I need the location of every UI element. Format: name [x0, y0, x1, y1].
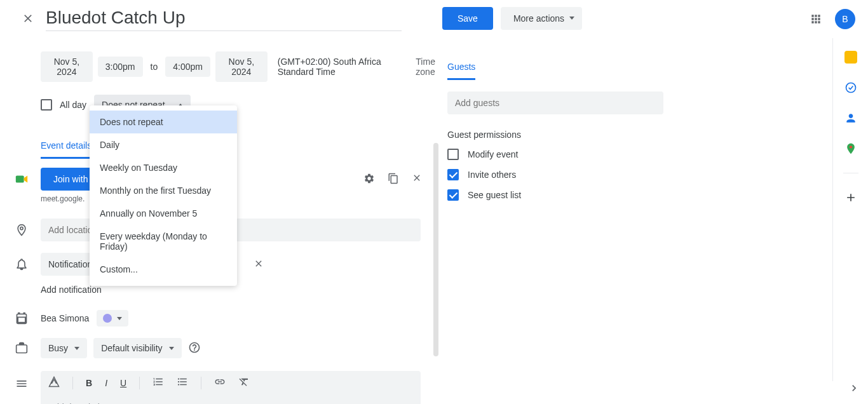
end-date-chip[interactable]: Nov 5, 2024	[215, 51, 268, 82]
tab-guests[interactable]: Guests	[447, 62, 475, 80]
svg-rect-0	[16, 176, 24, 183]
chevron-down-icon	[74, 347, 79, 350]
maps-icon[interactable]	[844, 142, 857, 155]
meet-icon	[14, 172, 29, 187]
apps-grid-icon	[810, 13, 822, 25]
start-time-chip[interactable]: 3:00pm	[98, 57, 143, 77]
dropdown-item-monthly[interactable]: Monthly on the first Tuesday	[90, 179, 237, 202]
add-guests-input[interactable]	[447, 91, 663, 114]
add-notification-link[interactable]: Add notification	[41, 285, 447, 295]
description-input[interactable]: Add description	[41, 394, 421, 404]
meet-remove-icon[interactable]	[412, 173, 422, 186]
divider	[72, 377, 73, 389]
contacts-icon[interactable]	[844, 112, 857, 125]
divider	[201, 377, 201, 389]
svg-marker-1	[24, 176, 27, 183]
google-apps-button[interactable]	[810, 13, 822, 27]
perm-invite-checkbox[interactable]	[447, 169, 459, 180]
tasks-icon[interactable]	[844, 81, 857, 94]
add-addon-icon[interactable]	[844, 191, 857, 204]
link-icon[interactable]	[214, 376, 226, 389]
chevron-right-icon	[848, 382, 860, 394]
more-actions-label: More actions	[513, 13, 564, 24]
description-icon	[14, 376, 29, 391]
numbered-list-icon[interactable]	[153, 376, 164, 389]
more-actions-button[interactable]: More actions	[501, 7, 582, 30]
svg-point-3	[849, 145, 851, 148]
close-button[interactable]	[15, 6, 41, 31]
perm-invite-label: Invite others	[468, 170, 516, 180]
divider	[139, 377, 140, 389]
bold-icon[interactable]: B	[86, 378, 92, 388]
close-icon	[254, 259, 264, 269]
save-button[interactable]: Save	[442, 7, 493, 30]
guest-permissions-heading: Guest permissions	[447, 130, 663, 140]
perm-modify-label: Modify event	[468, 149, 518, 159]
calendar-color-selector[interactable]	[97, 310, 128, 327]
remove-notification-button[interactable]	[251, 256, 266, 273]
busy-selector[interactable]: Busy	[41, 338, 87, 358]
event-title-input[interactable]	[46, 5, 402, 31]
visibility-help-icon[interactable]	[188, 341, 201, 356]
expand-side-panel-button[interactable]	[848, 382, 860, 396]
chevron-down-icon	[169, 347, 174, 350]
dropdown-item-weekly[interactable]: Weekly on Tuesday	[90, 156, 237, 179]
chevron-down-icon	[569, 17, 574, 20]
perm-modify-checkbox[interactable]	[447, 149, 459, 160]
tab-event-details[interactable]: Event details	[41, 140, 92, 159]
location-icon	[14, 222, 29, 238]
close-icon	[22, 12, 34, 25]
account-avatar[interactable]: B	[835, 9, 855, 29]
attach-drive-icon[interactable]	[48, 376, 60, 389]
divider	[843, 173, 858, 173]
bulleted-list-icon[interactable]	[177, 376, 188, 389]
visibility-selector[interactable]: Default visibility	[93, 338, 181, 358]
description-toolbar: B I U	[41, 371, 421, 394]
side-panel	[832, 38, 868, 381]
scrollbar[interactable]	[433, 143, 438, 356]
to-label: to	[148, 62, 161, 72]
perm-seelist-checkbox[interactable]	[447, 189, 459, 201]
meet-settings-icon[interactable]	[363, 173, 375, 186]
dropdown-item-weekday[interactable]: Every weekday (Monday to Friday)	[90, 225, 237, 258]
availability-icon	[14, 340, 29, 356]
end-time-chip[interactable]: 4:00pm	[165, 57, 210, 77]
calendar-owner-name: Bea Simona	[41, 313, 89, 323]
chevron-down-icon	[117, 317, 122, 320]
dropdown-item-custom[interactable]: Custom...	[90, 258, 237, 281]
svg-point-2	[846, 83, 855, 93]
color-swatch	[103, 314, 112, 323]
perm-seelist-label: See guest list	[468, 190, 521, 200]
calendar-icon	[14, 311, 29, 326]
allday-checkbox[interactable]	[41, 99, 52, 111]
underline-icon[interactable]: U	[120, 378, 126, 388]
allday-label: All day	[60, 100, 86, 110]
meet-copy-icon[interactable]	[388, 173, 399, 186]
keep-icon[interactable]	[844, 51, 857, 64]
recurrence-dropdown: Does not repeat Daily Weekly on Tuesday …	[90, 105, 237, 286]
dropdown-item-annually[interactable]: Annually on November 5	[90, 202, 237, 225]
timezone-link[interactable]: Time zone	[416, 57, 447, 77]
start-date-chip[interactable]: Nov 5, 2024	[41, 51, 93, 82]
dropdown-item-no-repeat[interactable]: Does not repeat	[90, 111, 237, 133]
notification-icon	[14, 257, 29, 272]
clear-format-icon[interactable]	[238, 376, 250, 389]
timezone-text: (GMT+02:00) South Africa Standard Time	[278, 57, 403, 77]
italic-icon[interactable]: I	[105, 378, 107, 388]
dropdown-item-daily[interactable]: Daily	[90, 133, 237, 156]
